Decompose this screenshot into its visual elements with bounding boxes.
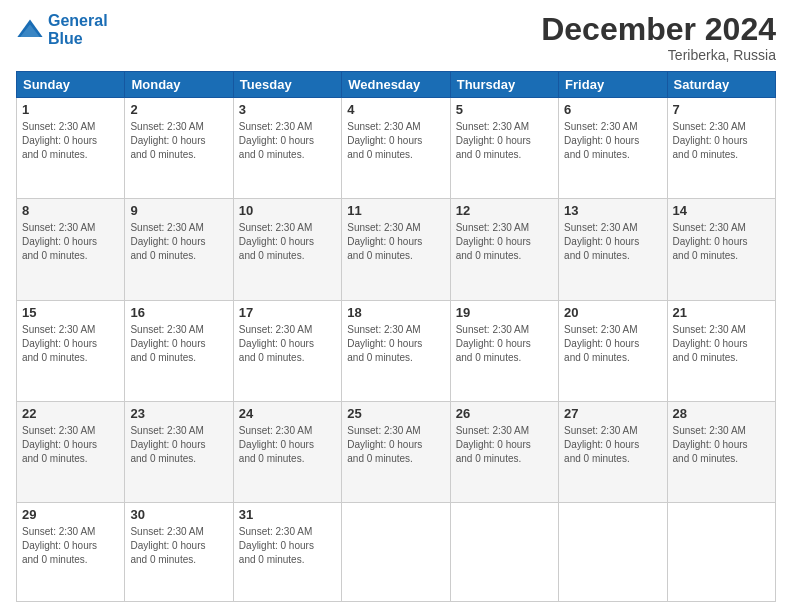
day-info: Sunset: 2:30 AMDaylight: 0 hoursand 0 mi… <box>130 424 227 466</box>
day-number: 14 <box>673 203 770 218</box>
day-info: Sunset: 2:30 AMDaylight: 0 hoursand 0 mi… <box>239 221 336 263</box>
day-info: Sunset: 2:30 AMDaylight: 0 hoursand 0 mi… <box>239 424 336 466</box>
day-number: 16 <box>130 305 227 320</box>
day-info: Sunset: 2:30 AMDaylight: 0 hoursand 0 mi… <box>564 424 661 466</box>
day-info: Sunset: 2:30 AMDaylight: 0 hoursand 0 mi… <box>456 120 553 162</box>
day-number: 4 <box>347 102 444 117</box>
calendar-row-3: 15Sunset: 2:30 AMDaylight: 0 hoursand 0 … <box>17 300 776 401</box>
day-info: Sunset: 2:30 AMDaylight: 0 hoursand 0 mi… <box>347 120 444 162</box>
day-info: Sunset: 2:30 AMDaylight: 0 hoursand 0 mi… <box>130 525 227 567</box>
day-info: Sunset: 2:30 AMDaylight: 0 hoursand 0 mi… <box>456 323 553 365</box>
title-section: December 2024 Teriberka, Russia <box>541 12 776 63</box>
day-number: 28 <box>673 406 770 421</box>
day-number: 19 <box>456 305 553 320</box>
day-number: 3 <box>239 102 336 117</box>
day-info: Sunset: 2:30 AMDaylight: 0 hoursand 0 mi… <box>347 424 444 466</box>
calendar-row-4: 22Sunset: 2:30 AMDaylight: 0 hoursand 0 … <box>17 401 776 502</box>
header-wednesday: Wednesday <box>342 72 450 98</box>
day-info: Sunset: 2:30 AMDaylight: 0 hoursand 0 mi… <box>22 221 119 263</box>
day-number: 18 <box>347 305 444 320</box>
day-info: Sunset: 2:30 AMDaylight: 0 hoursand 0 mi… <box>22 323 119 365</box>
calendar-cell <box>559 503 667 602</box>
calendar-cell <box>450 503 558 602</box>
header-thursday: Thursday <box>450 72 558 98</box>
logo-icon <box>16 16 44 44</box>
calendar-cell: 28Sunset: 2:30 AMDaylight: 0 hoursand 0 … <box>667 401 775 502</box>
day-number: 22 <box>22 406 119 421</box>
day-number: 2 <box>130 102 227 117</box>
day-info: Sunset: 2:30 AMDaylight: 0 hoursand 0 mi… <box>673 323 770 365</box>
calendar-cell: 26Sunset: 2:30 AMDaylight: 0 hoursand 0 … <box>450 401 558 502</box>
day-info: Sunset: 2:30 AMDaylight: 0 hoursand 0 mi… <box>673 221 770 263</box>
day-info: Sunset: 2:30 AMDaylight: 0 hoursand 0 mi… <box>22 424 119 466</box>
day-info: Sunset: 2:30 AMDaylight: 0 hoursand 0 mi… <box>564 221 661 263</box>
month-year: December 2024 <box>541 12 776 47</box>
day-number: 13 <box>564 203 661 218</box>
day-number: 7 <box>673 102 770 117</box>
day-number: 25 <box>347 406 444 421</box>
calendar: Sunday Monday Tuesday Wednesday Thursday… <box>16 71 776 602</box>
calendar-cell: 19Sunset: 2:30 AMDaylight: 0 hoursand 0 … <box>450 300 558 401</box>
day-info: Sunset: 2:30 AMDaylight: 0 hoursand 0 mi… <box>673 120 770 162</box>
day-number: 9 <box>130 203 227 218</box>
day-info: Sunset: 2:30 AMDaylight: 0 hoursand 0 mi… <box>22 120 119 162</box>
day-info: Sunset: 2:30 AMDaylight: 0 hoursand 0 mi… <box>239 525 336 567</box>
day-info: Sunset: 2:30 AMDaylight: 0 hoursand 0 mi… <box>673 424 770 466</box>
calendar-cell: 11Sunset: 2:30 AMDaylight: 0 hoursand 0 … <box>342 199 450 300</box>
location: Teriberka, Russia <box>541 47 776 63</box>
day-number: 26 <box>456 406 553 421</box>
calendar-row-2: 8Sunset: 2:30 AMDaylight: 0 hoursand 0 m… <box>17 199 776 300</box>
day-number: 11 <box>347 203 444 218</box>
calendar-cell <box>667 503 775 602</box>
calendar-cell: 17Sunset: 2:30 AMDaylight: 0 hoursand 0 … <box>233 300 341 401</box>
calendar-cell: 6Sunset: 2:30 AMDaylight: 0 hoursand 0 m… <box>559 98 667 199</box>
calendar-cell: 13Sunset: 2:30 AMDaylight: 0 hoursand 0 … <box>559 199 667 300</box>
day-number: 29 <box>22 507 119 522</box>
calendar-cell: 12Sunset: 2:30 AMDaylight: 0 hoursand 0 … <box>450 199 558 300</box>
header-sunday: Sunday <box>17 72 125 98</box>
top-section: General Blue December 2024 Teriberka, Ru… <box>16 12 776 63</box>
day-info: Sunset: 2:30 AMDaylight: 0 hoursand 0 mi… <box>22 525 119 567</box>
header-friday: Friday <box>559 72 667 98</box>
day-number: 10 <box>239 203 336 218</box>
header-saturday: Saturday <box>667 72 775 98</box>
day-info: Sunset: 2:30 AMDaylight: 0 hoursand 0 mi… <box>130 323 227 365</box>
calendar-cell: 10Sunset: 2:30 AMDaylight: 0 hoursand 0 … <box>233 199 341 300</box>
calendar-cell: 30Sunset: 2:30 AMDaylight: 0 hoursand 0 … <box>125 503 233 602</box>
day-number: 8 <box>22 203 119 218</box>
header-tuesday: Tuesday <box>233 72 341 98</box>
day-number: 21 <box>673 305 770 320</box>
day-number: 20 <box>564 305 661 320</box>
calendar-cell: 14Sunset: 2:30 AMDaylight: 0 hoursand 0 … <box>667 199 775 300</box>
day-number: 1 <box>22 102 119 117</box>
calendar-row-1: 1Sunset: 2:30 AMDaylight: 0 hoursand 0 m… <box>17 98 776 199</box>
calendar-cell <box>342 503 450 602</box>
calendar-header-row: Sunday Monday Tuesday Wednesday Thursday… <box>17 72 776 98</box>
calendar-cell: 1Sunset: 2:30 AMDaylight: 0 hoursand 0 m… <box>17 98 125 199</box>
calendar-cell: 7Sunset: 2:30 AMDaylight: 0 hoursand 0 m… <box>667 98 775 199</box>
day-number: 17 <box>239 305 336 320</box>
day-info: Sunset: 2:30 AMDaylight: 0 hoursand 0 mi… <box>239 120 336 162</box>
day-info: Sunset: 2:30 AMDaylight: 0 hoursand 0 mi… <box>347 221 444 263</box>
day-info: Sunset: 2:30 AMDaylight: 0 hoursand 0 mi… <box>564 323 661 365</box>
day-number: 27 <box>564 406 661 421</box>
calendar-row-5: 29Sunset: 2:30 AMDaylight: 0 hoursand 0 … <box>17 503 776 602</box>
day-info: Sunset: 2:30 AMDaylight: 0 hoursand 0 mi… <box>239 323 336 365</box>
calendar-cell: 23Sunset: 2:30 AMDaylight: 0 hoursand 0 … <box>125 401 233 502</box>
calendar-cell: 3Sunset: 2:30 AMDaylight: 0 hoursand 0 m… <box>233 98 341 199</box>
day-number: 31 <box>239 507 336 522</box>
day-number: 30 <box>130 507 227 522</box>
day-info: Sunset: 2:30 AMDaylight: 0 hoursand 0 mi… <box>564 120 661 162</box>
calendar-cell: 18Sunset: 2:30 AMDaylight: 0 hoursand 0 … <box>342 300 450 401</box>
day-number: 6 <box>564 102 661 117</box>
calendar-cell: 24Sunset: 2:30 AMDaylight: 0 hoursand 0 … <box>233 401 341 502</box>
calendar-cell: 4Sunset: 2:30 AMDaylight: 0 hoursand 0 m… <box>342 98 450 199</box>
calendar-cell: 20Sunset: 2:30 AMDaylight: 0 hoursand 0 … <box>559 300 667 401</box>
day-number: 23 <box>130 406 227 421</box>
header-monday: Monday <box>125 72 233 98</box>
day-info: Sunset: 2:30 AMDaylight: 0 hoursand 0 mi… <box>130 120 227 162</box>
calendar-cell: 29Sunset: 2:30 AMDaylight: 0 hoursand 0 … <box>17 503 125 602</box>
calendar-cell: 15Sunset: 2:30 AMDaylight: 0 hoursand 0 … <box>17 300 125 401</box>
day-number: 12 <box>456 203 553 218</box>
day-number: 24 <box>239 406 336 421</box>
